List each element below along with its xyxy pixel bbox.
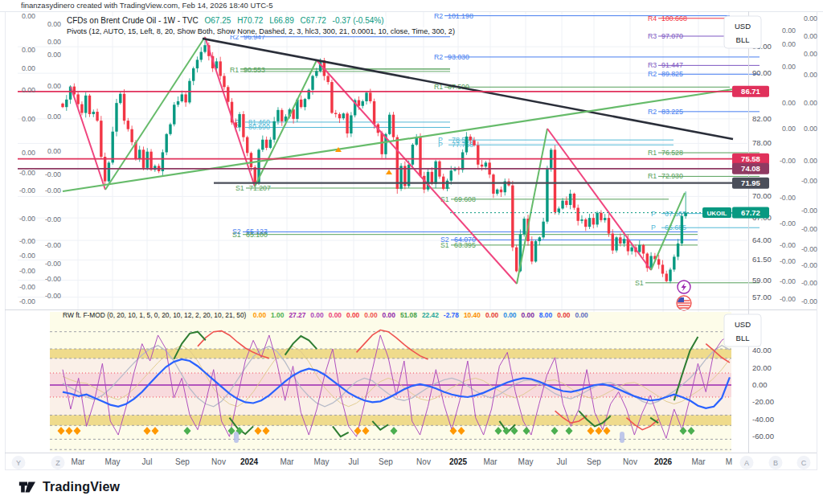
time-axis-month: May — [105, 457, 121, 466]
marker-pill — [620, 432, 624, 443]
pivot-value: 71.207 — [249, 184, 271, 192]
time-axis-month: Nov — [416, 457, 431, 466]
time-axis-month: Nov — [211, 457, 226, 466]
pivot-value: 65.100 — [246, 231, 268, 239]
pivot-levels: R296.947R190.553P81.460P80.590S171.207S2… — [230, 12, 760, 287]
indicator-zero-label: 0.00 — [47, 82, 61, 90]
oscillator-title[interactable]: RW ft. F-MOD (0, 20, 10, 1, 5, 0, 20, 10… — [63, 311, 246, 319]
oscillator-value: 0.00 — [575, 311, 588, 319]
indicator-zero-label: 0.00 — [782, 40, 796, 48]
pivot-indicator-settings[interactable]: Pivots (12, AUTO, 15, Left, 8, 20, Show … — [64, 27, 457, 35]
oscillator-value: 0.00 — [346, 311, 359, 319]
pivot-label: R1 — [648, 149, 657, 157]
pivot-label: P — [438, 141, 443, 149]
tradingview-logo-icon — [18, 477, 37, 497]
tradingview-logo[interactable]: TradingView — [18, 477, 120, 497]
indicator-zero-label: -0.00 — [19, 169, 35, 177]
ohlc-close: C67.72 — [301, 16, 326, 25]
time-axis-month: May — [518, 457, 534, 466]
pivot-label: R2 — [434, 53, 443, 61]
pivot-label: R1 — [230, 66, 239, 74]
oscillator-value: 22.42 — [422, 311, 439, 319]
pivot-value: 101.198 — [448, 12, 473, 20]
pivot-value: 80.590 — [248, 123, 270, 131]
time-axis-month: May — [314, 457, 330, 466]
timeline-button-c[interactable]: C — [797, 456, 811, 469]
timeline-button-z[interactable]: Z — [51, 456, 65, 469]
pivot-label: R2 — [434, 12, 443, 20]
pivot-label: P — [651, 223, 656, 232]
indicator-zero-label: -0.00 — [45, 186, 61, 195]
price-tick-label: 70.00 — [752, 191, 772, 200]
time-axis-month: Jul — [557, 457, 567, 466]
indicator-zero-label: -0.00 — [780, 219, 796, 227]
oscillator-legend[interactable]: RW ft. F-MOD (0, 20, 10, 1, 5, 0, 20, 10… — [63, 311, 588, 319]
indicator-zero-label: -0.00 — [801, 261, 817, 269]
time-axis-month: Mar — [71, 457, 84, 466]
ohlc-low: L66.89 — [269, 16, 294, 25]
timeline-button-y[interactable]: Y — [12, 456, 26, 469]
indicator-zero-label: 0.00 — [804, 125, 817, 133]
oscillator-value: 51.08 — [400, 311, 417, 319]
unit-usd-label: USD — [735, 320, 751, 329]
attribution-text: finanzasydinero created with TradingView… — [21, 1, 273, 10]
price-badge-value: 75.58 — [741, 154, 760, 163]
oscillator-value: 0.00 — [522, 311, 534, 319]
unit-usd-label: USD — [735, 22, 751, 31]
indicator-zero-label: -0.00 — [45, 260, 61, 268]
unit-bll-label: BLL — [736, 35, 750, 44]
time-axis-month: Nov — [623, 457, 637, 466]
time-axis-year: 2026 — [654, 457, 672, 466]
pivot-value: 72.930 — [661, 172, 683, 180]
indicator-zero-label: -0.00 — [45, 241, 61, 249]
pivot-value: 100.668 — [661, 14, 687, 23]
time-axis-month: Mar — [691, 457, 705, 466]
indicator-zero-label: 0.00 — [782, 125, 796, 133]
pivot-label: S1 — [235, 184, 244, 192]
oscillator-value: 0.00 — [253, 311, 266, 319]
price-badge-value: 74.08 — [741, 164, 760, 173]
oscillator-value: 0.00 — [310, 311, 323, 319]
tradingview-chart-snapshot: R296.947R190.553P81.460P80.590S171.207S2… — [0, 0, 823, 504]
timeline-button-b[interactable]: B — [769, 456, 783, 469]
indicator-zero-label: -0.00 — [19, 215, 35, 223]
time-axis-month: Jul — [142, 457, 153, 466]
price-badge-value: 71.95 — [741, 178, 760, 187]
indicator-zero-label: -0.00 — [780, 295, 796, 303]
indicator-zero-label: 0.00 — [804, 14, 817, 23]
time-axis-month: Sep — [587, 457, 601, 466]
candlestick-series[interactable] — [61, 41, 687, 284]
pivot-label: R3 — [648, 61, 657, 69]
indicator-zero-label: -0.00 — [19, 237, 35, 245]
chart-canvas[interactable]: R296.947R190.553P81.460P80.590S171.207S2… — [0, 0, 823, 504]
symbol-title[interactable]: CFDs on Brent Crude Oil - 1W - TVC — [67, 16, 199, 25]
indicator-zero-label: 0.00 — [22, 115, 35, 123]
indicator-zero-label: -0.00 — [801, 225, 817, 233]
oscillator-value: 0.00 — [364, 311, 377, 319]
pivot-label: R2 — [648, 70, 657, 78]
pivot-label: R4 — [648, 14, 657, 23]
zigzag-segment — [317, 60, 517, 284]
indicator-zero-label: 0.00 — [782, 63, 796, 71]
time-axis-month: M — [726, 457, 732, 466]
timeline-button-a[interactable]: A — [740, 456, 754, 469]
time-axis-year: 2024 — [240, 457, 258, 466]
oscillator-value: 27.27 — [289, 311, 305, 319]
indicator-zero-label: -0.00 — [19, 267, 35, 275]
indicator-zero-label: 0.00 — [804, 71, 817, 79]
oscillator-value: 10.40 — [464, 311, 481, 319]
price-tick-label: 90.00 — [752, 68, 772, 77]
ohlc-high: H70.72 — [237, 16, 263, 25]
oscillator-tick-label: -60.00 — [752, 432, 774, 440]
symbol-legend[interactable]: CFDs on Brent Crude Oil - 1W - TVC O67.2… — [64, 16, 386, 25]
pivot-value: 89.825 — [661, 70, 683, 78]
oscillator-tick-label: 40.00 — [752, 346, 772, 354]
pivot-label: P — [651, 210, 656, 218]
price-tick-label: 59.00 — [752, 276, 772, 285]
time-axis-month: Jul — [349, 457, 359, 466]
indicator-zero-label: 0.00 — [47, 20, 61, 28]
price-tick-label: 78.00 — [752, 138, 772, 147]
oscillator-tick-label: -20.00 — [752, 397, 774, 406]
oscillator-value: 0.00 — [329, 311, 342, 319]
oscillator-tick-label: -40.00 — [752, 415, 774, 424]
